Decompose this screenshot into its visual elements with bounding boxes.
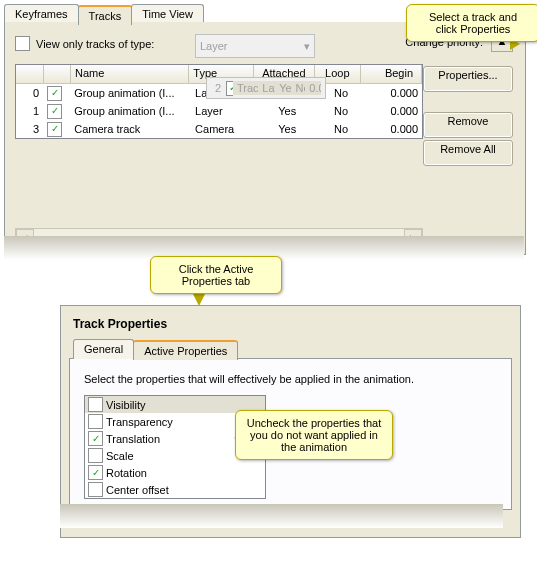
callout-uncheck: Uncheck the properties that you do not w…	[235, 410, 393, 460]
filter-label: View only tracks of type:	[36, 38, 154, 50]
filter-checkbox[interactable]	[15, 36, 30, 51]
dialog-tabs: GeneralActive Properties	[73, 339, 512, 359]
property-checkbox[interactable]	[88, 414, 103, 429]
column-header[interactable]	[44, 65, 72, 83]
type-dropdown[interactable]: Layer ▾	[195, 34, 315, 58]
property-checkbox[interactable]: ✓	[88, 465, 103, 480]
tab-tracks[interactable]: Tracks	[78, 5, 133, 25]
main-tabs: KeyframesTracksTime View	[4, 4, 203, 24]
tab-keyframes[interactable]: Keyframes	[4, 4, 79, 24]
property-checkbox[interactable]	[88, 397, 103, 412]
table-row[interactable]: 3✓Camera trackCameraYesNo0.000	[16, 120, 422, 138]
table-row[interactable]: 2✓Track from pathLayerYesNo0.000	[206, 77, 326, 99]
tracks-panel: View only tracks of type: Layer ▾ Change…	[4, 22, 526, 255]
list-item[interactable]: Center offset	[85, 481, 265, 498]
callout-active-tab: Click the Active Properties tab	[150, 256, 282, 294]
chevron-down-icon: ▾	[304, 40, 310, 53]
column-header[interactable]	[16, 65, 44, 83]
row-checkbox[interactable]: ✓	[47, 86, 62, 101]
row-checkbox[interactable]: ✓	[47, 104, 62, 119]
properties-button[interactable]: Properties...	[423, 66, 513, 92]
remove-button[interactable]: Remove	[423, 112, 513, 138]
column-header[interactable]: Begin	[361, 65, 422, 83]
dialog-title: Track Properties	[73, 317, 512, 331]
tab-time-view[interactable]: Time View	[131, 4, 204, 24]
tracks-table: NameTypeAttachedLoopBegin 0✓Group animat…	[15, 64, 423, 139]
property-checkbox[interactable]	[88, 482, 103, 497]
remove-all-button[interactable]: Remove All	[423, 140, 513, 166]
row-checkbox[interactable]: ✓	[226, 81, 233, 96]
table-body: 0✓Group animation (I...LayerYesNo0.0001✓…	[16, 84, 422, 138]
column-header[interactable]: Name	[71, 65, 189, 83]
row-checkbox[interactable]: ✓	[47, 122, 62, 137]
dialog-tab-active-properties[interactable]: Active Properties	[133, 340, 238, 360]
table-row[interactable]: 1✓Group animation (I...LayerYesNo0.000	[16, 102, 422, 120]
dialog-instruction: Select the properties that will effectiv…	[84, 373, 497, 385]
property-checkbox[interactable]	[88, 448, 103, 463]
callout-select-track: Select a track and click Properties	[406, 4, 537, 42]
dialog-tab-general[interactable]: General	[73, 339, 134, 359]
list-item[interactable]: ✓Rotation	[85, 464, 265, 481]
property-checkbox[interactable]: ✓	[88, 431, 103, 446]
